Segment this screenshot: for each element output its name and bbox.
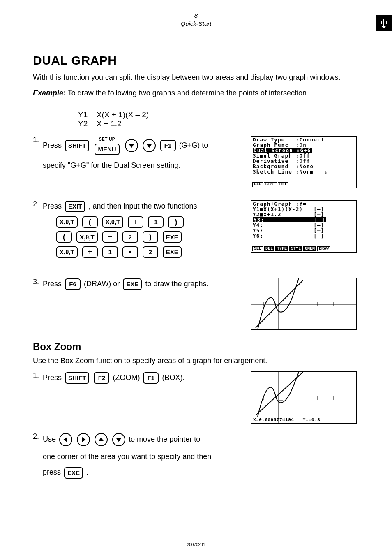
lcd-graphfunc: Graph+Graph :Y= Y1■X(X+1)(X-2) [—] Y2■X+… (251, 200, 357, 253)
bz-step2-num: 2. (33, 432, 43, 441)
step2-num: 2. (33, 200, 43, 208)
bz-step2-line3b: . (86, 468, 88, 476)
step2-row: 2. Press EXIT , and then input the two f… (33, 200, 357, 266)
f1-key: F1 (160, 140, 176, 151)
digit-2-key: 2 (122, 231, 138, 243)
svg-line-20 (256, 372, 303, 415)
down-arrow-key (125, 139, 138, 152)
rparen-key: ) (168, 216, 184, 228)
section-intro: With this function you can split the dis… (33, 72, 357, 82)
page: 8 Quick-Start DUAL GRAPH With this funct… (0, 0, 392, 556)
shift-key: SHIFT (65, 140, 89, 151)
lparen-key: ( (82, 216, 98, 228)
xthetat-key: X,θ,T (56, 216, 78, 228)
up-arrow-key (95, 433, 108, 446)
bz-step1-press: Press (43, 373, 62, 382)
bz-step2-use: Use (43, 435, 56, 443)
equations: Y1 = X(X + 1)(X – 2) Y2 = X + 1.2 (78, 110, 357, 128)
menu-key: MENU (95, 144, 119, 155)
xthetat-key: X,θ,T (102, 216, 124, 228)
key-sequence: X,θ,T ( X,θ,T + 1 ) ( X,θ,T − (55, 215, 241, 259)
step1-press: Press (43, 141, 62, 149)
lparen-key: ( (56, 231, 72, 243)
box-zoom-title: Box Zoom (33, 341, 357, 352)
step3-row: 3. Press F6 (DRAW) or EXE to draw the gr… (33, 278, 357, 330)
step1: 1. Press SHIFT SET UP MENU F1 (G+G) to s… (33, 136, 241, 172)
hr (33, 104, 357, 104)
content: DUAL GRAPH With this function you can sp… (33, 53, 357, 485)
header-tab: 8 Quick-Start (165, 12, 227, 28)
exe-key: EXE (64, 467, 83, 479)
section-title: DUAL GRAPH (33, 53, 357, 67)
step1-num: 1. (33, 136, 43, 144)
svg-marker-26 (116, 438, 122, 442)
dot-key: • (122, 246, 138, 258)
plus-key: + (82, 246, 98, 258)
bz-step2: 2. Use to move the pointer to one corner… (33, 432, 357, 480)
step3-num: 3. (33, 278, 43, 286)
example-line: Example: To draw the following two graph… (33, 88, 357, 98)
digit-2-key: 2 (143, 246, 158, 258)
exe-key: EXE (123, 278, 142, 290)
f6-key: F6 (65, 278, 81, 290)
svg-marker-4 (146, 144, 152, 148)
eq2: Y2 = X + 1.2 (78, 119, 357, 128)
step3: 3. Press F6 (DRAW) or EXE to draw the gr… (33, 278, 241, 291)
step3-after: to draw the graphs. (145, 280, 208, 288)
down-arrow-key (143, 139, 156, 152)
side-tab-icon (376, 15, 392, 31)
step1-suffix: (G+G) to (179, 141, 208, 149)
step1-line2: specify "G+G" for the Dual Screen settin… (43, 159, 241, 172)
step3-press: Press (43, 280, 62, 288)
page-number: 8 (165, 12, 227, 20)
right-arrow-key (77, 433, 90, 446)
svg-marker-23 (64, 437, 67, 442)
bz-step2-line2: one corner of the area you want to speci… (43, 450, 357, 463)
rparen-key: ) (143, 231, 158, 243)
bz-step1-row: 1. Press SHIFT F2 (ZOOM) F1 (BOX). (33, 371, 357, 424)
bz-step1-num: 1. (33, 371, 43, 380)
f1-key: F1 (143, 372, 159, 384)
coord-readout: X=0.6096774194 Y=-0.3 (253, 417, 320, 422)
svg-marker-25 (99, 437, 104, 441)
fkey-bar-1: G+GGtoTOff (252, 182, 355, 187)
fkey-bar-2: SEL DEL TYPE STYL GMEM DRAW (252, 246, 355, 251)
bz-step2-after1: to move the pointer to (129, 435, 200, 443)
divider-line (367, 15, 367, 540)
example-text: To draw the following two graphs and det… (68, 89, 307, 97)
box-zoom-intro: Use the Box Zoom function to specify are… (33, 356, 357, 366)
shift-key: SHIFT (65, 372, 89, 384)
bz-step1: 1. Press SHIFT F2 (ZOOM) F1 (BOX). (33, 371, 241, 385)
example-label: Example: (33, 89, 66, 97)
graph-screen-2: X=0.6096774194 Y=-0.3 (251, 371, 357, 424)
bz-step1-box: (BOX). (162, 373, 184, 382)
plus-key: + (128, 216, 143, 228)
bz-step1-zoom: (ZOOM) (113, 373, 140, 382)
exe-key: EXE (163, 231, 182, 243)
step2-press: Press (43, 202, 62, 210)
bz-step2-line3a: press (43, 468, 61, 476)
svg-marker-3 (129, 144, 134, 148)
setup-label: SET UP (99, 136, 115, 143)
exit-key: EXIT (65, 201, 85, 212)
digit-1-key: 1 (148, 216, 164, 228)
footer-code: 20070201 (187, 542, 205, 547)
xthetat-key: X,θ,T (76, 231, 98, 243)
eq1: Y1 = X(X + 1)(X – 2) (78, 110, 357, 119)
f2-key: F2 (94, 372, 109, 384)
down-arrow-key (112, 433, 125, 446)
minus-key: − (102, 231, 118, 243)
graph-screen-1 (251, 278, 357, 330)
lcd-setup: Draw Type :Connect Graph Func :On Dual S… (251, 136, 357, 188)
svg-marker-24 (82, 437, 85, 442)
digit-1-key: 1 (102, 246, 118, 258)
exe-key: EXE (163, 246, 182, 258)
step2-after: , and then input the two functions. (88, 202, 199, 210)
left-arrow-key (59, 433, 72, 446)
xthetat-key: X,θ,T (56, 246, 78, 258)
step3-mid: (DRAW) or (84, 280, 120, 288)
step2: 2. Press EXIT , and then input the two f… (33, 200, 241, 260)
menu-key-wrap: SET UP MENU (93, 136, 120, 156)
step1-row: 1. Press SHIFT SET UP MENU F1 (G+G) to s… (33, 136, 357, 188)
breadcrumb: Quick-Start (165, 20, 227, 28)
